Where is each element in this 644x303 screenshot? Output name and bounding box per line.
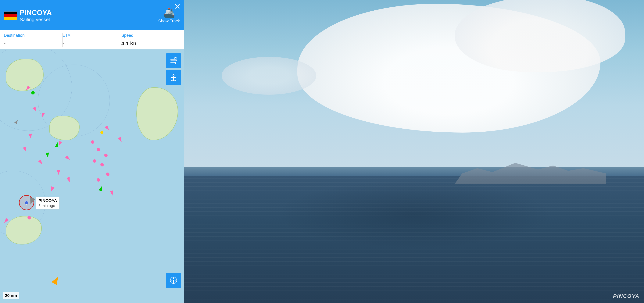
watermark: PINCOYA [613, 293, 640, 299]
anchor-icon [170, 74, 177, 81]
vessel-marker-yd [100, 131, 104, 134]
left-panel: PINCOYA Sailing vessel 🚢 Show Track ✕ De… [0, 0, 184, 303]
flag-black-stripe [4, 12, 17, 14]
vessel-marker-ga2 [46, 148, 49, 153]
scale-bar: 20 nm [3, 292, 19, 299]
flag-red-stripe [4, 14, 17, 17]
vessel-header: PINCOYA Sailing vessel 🚢 Show Track ✕ [0, 0, 184, 30]
scale-label: 20 nm [5, 293, 17, 298]
cloud-2 [454, 0, 625, 72]
pink-arrow-13 [118, 137, 123, 143]
vessel-name: PINCOYA [20, 9, 156, 17]
pink-dot-2 [96, 148, 100, 151]
pink-arrow-12 [104, 125, 110, 131]
pink-dot-5 [93, 159, 96, 163]
ship-icon: 🚢 [163, 8, 175, 18]
orange-arrow [52, 276, 60, 285]
island-right [136, 87, 178, 140]
pincoya-time: 3 min ago [38, 204, 55, 208]
map-area[interactable]: PINCOYA 3 min ago [0, 50, 184, 303]
vessel-marker-pd6 [106, 172, 110, 176]
svg-point-7 [173, 280, 174, 281]
pincoya-dot [24, 201, 28, 204]
vessel-marker-5 [23, 142, 26, 147]
vessel-marker-pd2 [96, 148, 100, 151]
pincoya-name: PINCOYA [38, 198, 57, 203]
wind-toggle-button[interactable] [166, 53, 181, 68]
vessel-marker-gray [15, 120, 18, 124]
compass-button[interactable] [166, 273, 181, 288]
eta-value: - [62, 40, 117, 46]
destination-col: Destination - [4, 33, 62, 46]
pink-arrow-9 [57, 170, 60, 175]
vessel-info: PINCOYA Sailing vessel [20, 9, 156, 23]
map-controls [166, 53, 181, 85]
green-dot-1 [31, 91, 35, 94]
ocean-area [184, 167, 644, 303]
vessel-marker-green-dot [31, 91, 35, 94]
vessel-marker-pd3 [104, 154, 108, 157]
vessel-marker-9 [57, 165, 60, 170]
pink-arrow-14 [110, 190, 114, 196]
vessel-marker-4 [28, 129, 32, 134]
destination-value: - [4, 40, 58, 46]
vessel-marker-pd1 [91, 140, 94, 144]
pink-dot-1 [91, 140, 94, 144]
pink-arrow-10 [66, 177, 72, 183]
eta-label: ETA [62, 33, 117, 39]
vessel-marker-pd7 [96, 178, 100, 182]
vessel-marker-7 [59, 136, 62, 142]
ocean-photo: PINCOYA [184, 0, 644, 303]
island-bottom-left [6, 216, 42, 244]
vessel-marker-11 [51, 182, 54, 187]
vessel-marker-2 [42, 108, 45, 113]
vessel-type: Sailing vessel [20, 17, 156, 22]
pink-dot-4 [100, 163, 104, 166]
speed-value: 4.1 kn [122, 40, 176, 46]
pink-arrow-4 [28, 134, 32, 139]
vessel-marker-3 [28, 82, 31, 86]
pink-arrow-7 [57, 141, 62, 147]
pink-dot-8 [28, 216, 31, 220]
pincoya-vessel[interactable]: PINCOYA 3 min ago [19, 195, 34, 210]
vessel-marker-13 [118, 133, 121, 138]
destination-label: Destination [4, 33, 58, 39]
clouds-layer [184, 0, 644, 176]
pincoya-circle [19, 195, 34, 210]
vessel-marker-8 [64, 152, 68, 156]
speed-label: Speed [122, 33, 176, 39]
wind-icon [170, 57, 177, 64]
vessel-marker-6 [38, 156, 41, 160]
pink-dot-6 [106, 172, 110, 176]
germany-flag [4, 11, 17, 20]
vessel-marker-14 [110, 186, 113, 191]
vessel-marker-1 [32, 102, 36, 108]
flag-gold-stripe [4, 17, 17, 20]
yellow-dot-1 [100, 131, 104, 134]
green-arrow-2 [46, 152, 50, 158]
green-arrow-3 [99, 186, 104, 191]
vessel-marker-15 [6, 214, 9, 219]
vessel-marker-pd8 [28, 216, 31, 220]
right-panel: PINCOYA [184, 0, 644, 303]
eta-col: ETA - [62, 33, 121, 46]
show-track-label[interactable]: Show Track [158, 18, 180, 24]
ocean-dark-patch [276, 180, 552, 248]
pink-arrow-8 [65, 155, 71, 161]
info-bar: Destination - ETA - Speed 4.1 kn [0, 30, 184, 50]
svg-point-3 [173, 74, 174, 76]
vessel-marker-pd5 [93, 159, 96, 163]
vessel-marker-ga3 [98, 186, 102, 191]
north-arrow [53, 276, 59, 284]
island-middle [49, 116, 80, 140]
anchor-button[interactable] [166, 70, 181, 85]
vessel-marker-10 [66, 172, 70, 178]
pincoya-popup: PINCOYA 3 min ago [36, 197, 60, 210]
pink-arrow-5 [23, 146, 28, 152]
pink-dot-3 [104, 154, 108, 157]
close-button[interactable]: ✕ [174, 3, 181, 10]
vessel-marker-pd4 [100, 163, 104, 166]
compass-icon [170, 276, 177, 284]
pink-arrow-11 [50, 186, 54, 192]
pink-arrow-6 [38, 160, 44, 166]
